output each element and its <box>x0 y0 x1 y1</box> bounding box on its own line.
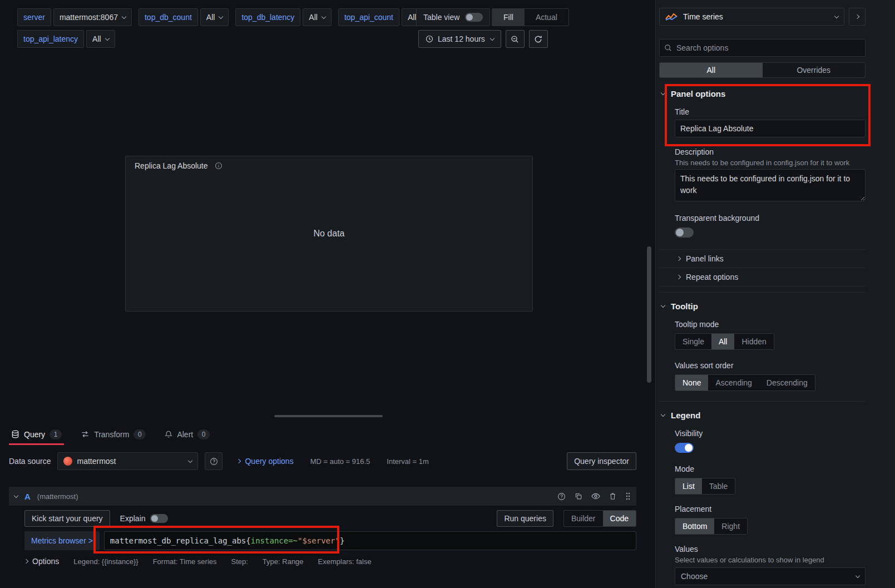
datasource-row: Data source mattermost Query options MD … <box>9 452 636 470</box>
datasource-picker[interactable]: mattermost <box>57 452 198 470</box>
eye-icon[interactable] <box>591 493 600 500</box>
code-mode-button[interactable]: Code <box>603 511 636 526</box>
tab-query[interactable]: Query 1 <box>9 425 64 445</box>
values-sort-order-label: Values sort order <box>675 361 866 370</box>
legend-values-select[interactable]: Choose <box>675 567 866 585</box>
kick-start-button[interactable]: Kick start your query <box>24 510 110 527</box>
variable-top-db-latency-value: All <box>309 13 318 22</box>
options-search <box>659 39 866 57</box>
metrics-browser-button[interactable]: Metrics browser > <box>24 531 100 550</box>
time-controls: Last 12 hours <box>418 30 548 48</box>
panel-title-input[interactable] <box>675 120 866 137</box>
datasource-help-button[interactable] <box>205 452 222 470</box>
sort-ascending[interactable]: Ascending <box>708 375 759 391</box>
repeat-options-row[interactable]: Repeat options <box>659 268 866 286</box>
variable-top-db-count-dropdown[interactable]: All <box>200 8 229 26</box>
query-inspector-button[interactable]: Query inspector <box>567 452 636 470</box>
section-tooltip: Tooltip Tooltip mode Single All Hidden V… <box>659 292 866 391</box>
help-circle-icon[interactable] <box>557 492 566 501</box>
variable-top-db-latency-label: top_db_latency <box>235 8 300 26</box>
panel-links-row[interactable]: Panel links <box>659 249 866 268</box>
query-options-summary-row: Options Legend: {{instance}} Format: Tim… <box>24 557 636 566</box>
legend-header[interactable]: Legend <box>659 411 866 420</box>
query-row-body: Kick start your query Explain Run querie… <box>9 506 636 566</box>
refresh-icon <box>534 35 542 43</box>
tooltip-mode-hidden[interactable]: Hidden <box>734 334 773 349</box>
drag-handle-icon[interactable] <box>625 492 631 501</box>
variable-server: server mattermost:8067 <box>17 8 132 26</box>
legend-mode-list[interactable]: List <box>675 478 702 494</box>
datasource-logo-icon <box>63 457 72 466</box>
chevron-down-icon <box>490 36 495 40</box>
collapse-pane-button[interactable] <box>849 8 866 26</box>
refresh-button[interactable] <box>529 30 548 48</box>
datasource-label: Data source <box>9 457 51 466</box>
promql-expression-input[interactable]: mattermost_db_replica_lag_abs{instance=~… <box>104 531 636 550</box>
variable-top-api-latency-dropdown[interactable]: All <box>86 30 115 48</box>
builder-mode-button[interactable]: Builder <box>564 511 603 526</box>
sort-descending[interactable]: Descending <box>759 375 815 391</box>
no-data-message: No data <box>126 156 532 311</box>
tooltip-header[interactable]: Tooltip <box>659 302 866 311</box>
panel-description-input[interactable]: This needs to be configured in config.js… <box>675 169 866 201</box>
pane-resize-handle[interactable] <box>274 415 383 417</box>
duplicate-icon[interactable] <box>575 492 582 500</box>
transparent-background-toggle[interactable] <box>675 228 694 238</box>
legend-mode-table[interactable]: Table <box>702 478 735 494</box>
panel-options-header[interactable]: Panel options <box>659 89 866 98</box>
trash-icon[interactable] <box>609 492 616 500</box>
variable-top-api-latency: top_api_latency All <box>17 30 115 48</box>
placement-bottom[interactable]: Bottom <box>675 518 714 534</box>
run-queries-button[interactable]: Run queries <box>497 510 553 527</box>
vertical-scrollbar[interactable] <box>647 246 651 383</box>
options-toggle[interactable]: Options <box>24 557 59 566</box>
tooltip-mode-single[interactable]: Single <box>675 334 711 349</box>
variable-server-dropdown[interactable]: mattermost:8067 <box>53 8 132 26</box>
timeseries-viz-icon <box>665 13 678 21</box>
chevron-right-icon <box>24 559 28 564</box>
table-view-toggle[interactable] <box>465 13 483 22</box>
expr-operator: =~ <box>288 536 298 545</box>
chevron-down-icon[interactable] <box>14 493 18 497</box>
actual-button[interactable]: Actual <box>525 9 568 26</box>
expr-brace-close: } <box>340 536 344 545</box>
variable-top-db-latency-dropdown[interactable]: All <box>303 8 332 26</box>
legend-visibility-toggle[interactable] <box>675 443 694 453</box>
section-panel-options: Panel options Title Description This nee… <box>659 89 866 286</box>
filter-tab-all[interactable]: All <box>660 63 763 77</box>
variable-top-db-count-value: All <box>206 13 215 22</box>
tab-alert[interactable]: Alert 0 <box>162 425 212 445</box>
title-label: Title <box>675 107 866 116</box>
explain-label: Explain <box>120 514 146 523</box>
tooltip-mode-all[interactable]: All <box>711 334 735 349</box>
placement-right[interactable]: Right <box>714 518 747 534</box>
tab-query-count: 1 <box>50 429 62 439</box>
variable-top-api-latency-label: top_api_latency <box>17 30 84 48</box>
options-exemplars: Exemplars: false <box>318 557 372 566</box>
chevron-right-icon <box>676 256 681 261</box>
explain-toggle[interactable] <box>150 514 168 523</box>
chevron-down-icon <box>661 91 665 95</box>
search-input[interactable] <box>659 39 866 57</box>
time-range-label: Last 12 hours <box>438 34 485 43</box>
zoom-out-button[interactable] <box>506 30 525 48</box>
tab-transform[interactable]: Transform 0 <box>78 425 148 445</box>
variable-top-db-count-label: top_db_count <box>139 8 198 26</box>
options-type: Type: Range <box>263 557 304 566</box>
fill-button[interactable]: Fill <box>492 9 525 26</box>
filter-tab-overrides[interactable]: Overrides <box>763 63 866 77</box>
chevron-down-icon <box>834 13 839 18</box>
collapsible-rows: Panel links Repeat options <box>659 249 866 286</box>
options-format: Format: Time series <box>153 557 217 566</box>
expression-row: Metrics browser > mattermost_db_replica_… <box>24 531 636 550</box>
legend-values-label: Values <box>675 545 866 554</box>
query-row-header[interactable]: A (mattermost) <box>9 487 636 506</box>
query-options-toggle[interactable]: Query options <box>237 457 293 466</box>
sort-none[interactable]: None <box>675 375 708 391</box>
editor-mode-control: Builder Code <box>563 510 636 527</box>
visualization-picker[interactable]: Time series <box>659 8 844 26</box>
query-row-datasource: (mattermost) <box>37 492 78 501</box>
editor-tabs: Query 1 Transform 0 Alert 0 <box>9 425 636 445</box>
visibility-label: Visibility <box>675 429 866 438</box>
time-range-picker[interactable]: Last 12 hours <box>418 30 501 48</box>
